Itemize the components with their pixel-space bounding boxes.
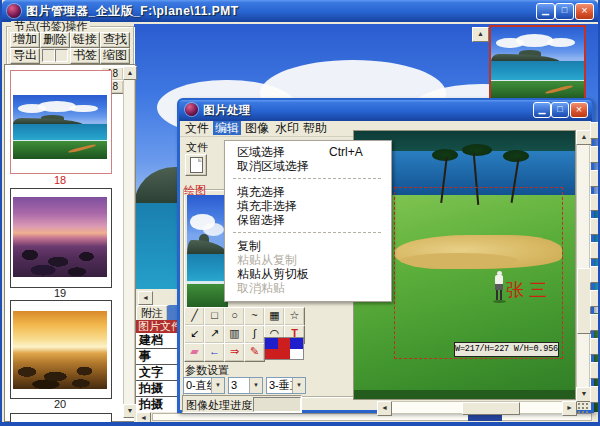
dropdown-icon[interactable]: ▼ [211,378,224,393]
tool-brush-button[interactable]: ∫ [244,325,265,344]
strip-button[interactable] [590,314,599,331]
canvas-vscrollbar[interactable] [576,130,590,400]
corner-thumbnail[interactable] [489,25,586,104]
thumbnail-item[interactable] [10,188,112,288]
palm-frond [462,144,492,156]
maximize-button[interactable]: □ [555,3,574,20]
tool-eraser-button[interactable]: ▰ [184,343,205,362]
strip-button[interactable] [590,122,599,139]
menu-file[interactable]: 文件 [183,121,211,135]
sidebar-scroll-up-icon[interactable]: ▲ [123,66,137,80]
menu-watermark[interactable]: 水印 [273,121,301,135]
palette-cell-blue [265,338,278,349]
grid-row[interactable]: 拍摄 [136,397,180,413]
find-button[interactable]: 查找 [100,32,130,48]
canvas-scroll-left-icon[interactable]: ◄ [377,401,392,416]
link-button[interactable]: 链接 [70,32,100,48]
grid-row[interactable]: 文字 [136,365,180,381]
tool-star-button[interactable]: ☆ [284,307,305,326]
notes-hscroll-left-icon[interactable]: ◄ [136,412,151,424]
tool-histogram-button[interactable]: ▥ [224,325,245,344]
strip-button[interactable] [590,362,599,379]
dropdown-icon[interactable]: ▼ [292,378,305,393]
picture-manager-window: 图片管理器_企业版_F:\plane\11.PMT ▁ □ × 节点(书签)操作… [0,0,600,426]
tool-pen-button[interactable]: ✎ [244,343,265,362]
thumbnail-item[interactable] [10,70,112,174]
strip-button[interactable] [590,338,599,355]
menu-help[interactable]: 帮助 [301,121,329,135]
tool-line-button[interactable]: ╱ [184,307,205,326]
selected-row-label[interactable]: 图片文件 [136,320,180,333]
dialog-minimize-button[interactable]: ▁ [533,102,551,118]
resize-grip[interactable] [577,402,589,413]
palette-cell-white [290,349,303,360]
palette-cell-blue [290,338,303,349]
strip-button[interactable] [590,266,599,283]
minimize-button[interactable]: ▁ [536,3,555,20]
menu-item-fill-selection[interactable]: 填充选择 [225,185,391,199]
dialog-maximize-button[interactable]: □ [551,102,569,118]
tool-stamp-button[interactable]: ▦ [264,307,285,326]
thumbnail-photo-orange-sunset [13,311,107,389]
tool-line-end-button[interactable]: ↙ [184,325,205,344]
save-file-button[interactable] [185,154,207,176]
tool-rectangle-button[interactable]: □ [204,307,225,326]
menu-item-keep-selection[interactable]: 保留选择 [225,213,391,227]
bookmark-button[interactable]: 书签 [70,48,100,64]
progress-panel: 图像处理进度 [182,395,302,413]
menu-image[interactable]: 图像 [243,121,271,135]
strip-button[interactable] [590,194,599,211]
size-value: 3 [231,379,249,392]
tool-ellipse-button[interactable]: ○ [224,307,245,326]
delete-button[interactable]: 删除 [40,32,70,48]
grid-row[interactable]: 拍摄 [136,381,180,397]
sidebar-scrollbar[interactable] [123,66,135,416]
dialog-close-button[interactable]: × [570,102,588,118]
menu-item-cancel-region-select[interactable]: 取消区域选择 [225,159,391,173]
thumbnail-label: 19 [10,287,110,299]
tool-arrow-left-button[interactable]: ← [204,343,225,362]
export-button[interactable]: 导出 [10,48,40,64]
size-combo[interactable]: 3 ▼ [228,377,263,394]
tool-arrow-right-button[interactable]: ⇒ [224,343,245,362]
thumbnail-photo-coastal [13,95,107,159]
main-scroll-up-icon[interactable]: ▲ [472,27,489,42]
color-palette-button[interactable] [264,337,304,360]
canvas-hscroll-thumb[interactable] [462,402,520,415]
params-label: 参数设置 [185,363,229,378]
node-ops-group: 节点(书签)操作 增加 删除 链接 查找 导出 书签 缩图 [6,26,134,65]
menu-edit[interactable]: 编辑 [213,121,241,135]
strip-button[interactable] [590,290,599,307]
bottom-scrollbar-track[interactable] [152,413,592,421]
strip-button[interactable] [590,218,599,235]
option-box-2[interactable] [55,49,68,62]
menu-separator [233,178,381,179]
thumbnail-button[interactable]: 缩图 [100,48,130,64]
thumbnail-item[interactable] [10,300,112,399]
canvas-scroll-right-icon[interactable]: ► [562,401,577,416]
strip-button[interactable] [590,170,599,187]
close-button[interactable]: × [575,3,594,20]
line-type-combo[interactable]: 0-直线 ▼ [183,377,225,394]
direction-combo[interactable]: 3-垂直 ▼ [266,377,306,394]
canvas-vscroll-thumb[interactable] [577,268,591,334]
strip-button[interactable] [590,386,599,403]
menu-item-copy[interactable]: 复制 [225,239,391,253]
notes-scroll-left-icon[interactable]: ◄ [138,291,153,305]
menu-item-region-select[interactable]: 区域选择 Ctrl+A [225,145,391,159]
tool-arrow-up-right-button[interactable]: ↗ [204,325,225,344]
dropdown-icon[interactable]: ▼ [249,378,262,393]
node-ops-group-label: 节点(书签)操作 [11,21,90,32]
selection-rectangle [394,187,563,359]
tool-curve-button[interactable]: ~ [244,307,265,326]
grid-row[interactable]: 事 [136,349,180,365]
strip-button[interactable] [590,242,599,259]
grid-row[interactable]: 建档 [136,333,180,349]
line-type-value: 0-直线 [186,379,211,392]
option-box-1[interactable] [42,49,55,62]
strip-button[interactable] [590,146,599,163]
menu-item-paste-from-clipboard[interactable]: 粘贴从剪切板 [225,267,391,281]
menu-item-fill-non-selection[interactable]: 填充非选择 [225,199,391,213]
corner-thumbnail-photo [491,27,584,102]
add-button[interactable]: 增加 [10,32,40,48]
